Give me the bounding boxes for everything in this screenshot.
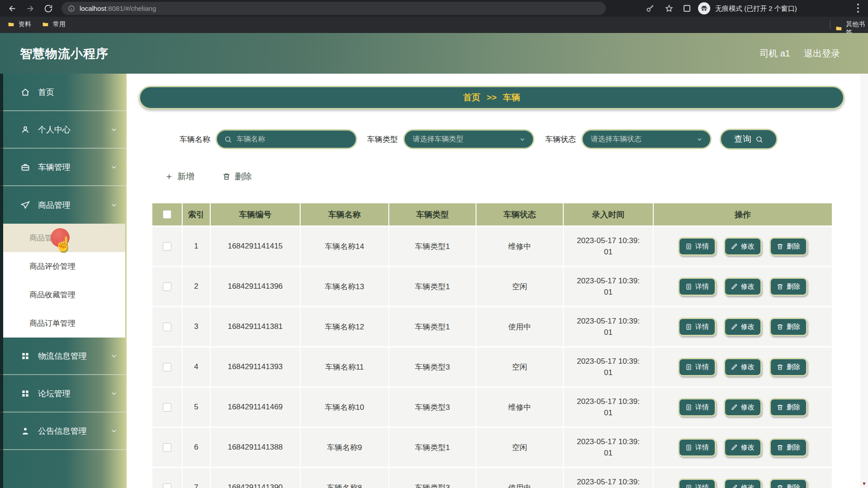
row-checkbox[interactable] <box>163 323 171 331</box>
bookmark-item[interactable]: 常用 <box>42 20 66 28</box>
edit-button[interactable]: 修改 <box>724 277 762 296</box>
address-bar[interactable]: localhost:8081/#/cheliang <box>61 2 606 15</box>
delete-selected-button[interactable]: 删除 <box>222 171 252 183</box>
sidebar-item-notice-info-mgmt[interactable]: 公告信息管理 <box>0 413 127 450</box>
vehicle-name-input[interactable]: 车辆名称 <box>216 129 357 149</box>
edit-button[interactable]: 修改 <box>724 438 762 457</box>
tab-preview-icon[interactable] <box>684 5 690 12</box>
delete-button[interactable]: 删除 <box>769 398 807 417</box>
menu-kebab-icon[interactable] <box>857 4 859 14</box>
table-row: 5 1684291141469 车辆名称10 车辆类型3 维修中 2023-05… <box>152 388 832 428</box>
detail-button-label: 详情 <box>695 323 709 331</box>
row-checkbox[interactable] <box>163 443 171 452</box>
sidebar-item-forum-mgmt[interactable]: 论坛管理 <box>0 375 127 413</box>
trash-icon <box>777 444 783 451</box>
detail-button-label: 详情 <box>695 483 709 488</box>
row-checkbox[interactable] <box>163 403 171 412</box>
add-button[interactable]: 新增 <box>165 171 194 183</box>
document-icon <box>685 324 692 330</box>
logout-link[interactable]: 退出登录 <box>804 47 840 60</box>
current-user: 司机 a1 <box>760 47 790 60</box>
select-all-checkbox[interactable] <box>163 210 171 219</box>
bookmark-item[interactable]: 资料 <box>7 20 31 28</box>
detail-button[interactable]: 详情 <box>678 237 716 256</box>
vehicle-name-label: 车辆名称 <box>179 134 210 145</box>
col-header-type: 车辆类型 <box>389 203 476 225</box>
delete-button-label: 删除 <box>787 403 800 412</box>
row-checkbox[interactable] <box>163 363 171 371</box>
row-time: 2023-05-17 10:39: 01 <box>564 347 654 386</box>
vehicle-name-placeholder: 车辆名称 <box>236 135 265 144</box>
star-icon[interactable] <box>665 4 674 13</box>
breadcrumb-home[interactable]: 首页 <box>463 92 480 103</box>
detail-button[interactable]: 详情 <box>678 438 716 457</box>
delete-button-label: 删除 <box>787 443 800 452</box>
row-checkbox[interactable] <box>163 483 171 488</box>
vehicle-status-label: 车辆状态 <box>545 134 576 145</box>
chevron-down-icon <box>110 352 118 360</box>
submenu-item-product-favorite-mgmt[interactable]: 商品收藏管理 <box>3 281 125 309</box>
row-name: 车辆名称8 <box>301 468 389 488</box>
row-status: 使用中 <box>476 468 564 488</box>
col-header-index: 索引 <box>183 203 211 225</box>
delete-button[interactable]: 删除 <box>769 438 807 457</box>
pencil-icon <box>731 283 738 290</box>
edit-button[interactable]: 修改 <box>724 358 762 376</box>
back-icon[interactable] <box>7 4 17 14</box>
detail-button[interactable]: 详情 <box>678 277 716 296</box>
edit-button[interactable]: 修改 <box>724 398 762 417</box>
sidebar-item-vehicle-mgmt[interactable]: 车辆管理 <box>0 149 127 186</box>
delete-button[interactable]: 删除 <box>769 237 807 256</box>
sidebar-item-product-mgmt[interactable]: 商品管理 <box>0 186 127 224</box>
sidebar-item-logistics-info-mgmt[interactable]: 物流信息管理 <box>0 338 127 375</box>
submenu-item-product-review-mgmt[interactable]: 商品评价管理 <box>3 252 125 281</box>
scroll-down-icon[interactable]: ▼ <box>862 481 867 486</box>
delete-button-label: 删除 <box>787 483 800 488</box>
vehicle-type-select[interactable]: 请选择车辆类型 <box>403 129 534 149</box>
row-checkbox[interactable] <box>163 282 171 291</box>
url-path: :8081/#/cheliang <box>106 5 156 12</box>
delete-button[interactable]: 删除 <box>769 479 807 488</box>
detail-button[interactable]: 详情 <box>678 479 716 488</box>
edit-button[interactable]: 修改 <box>724 318 762 336</box>
delete-button[interactable]: 删除 <box>769 358 807 376</box>
app-header: 智慧物流小程序 司机 a1 退出登录 <box>0 33 868 74</box>
delete-button[interactable]: 删除 <box>769 277 807 296</box>
briefcase-icon <box>21 163 30 172</box>
incognito-icon <box>698 2 710 14</box>
edit-button[interactable]: 修改 <box>724 237 762 256</box>
sidebar-item-home[interactable]: 首页 <box>0 74 127 111</box>
row-time-line1: 2023-05-17 10:39: <box>577 235 640 246</box>
detail-button[interactable]: 详情 <box>678 398 716 417</box>
key-icon[interactable] <box>646 4 655 13</box>
refresh-icon[interactable] <box>43 4 53 14</box>
forward-icon[interactable] <box>25 4 35 14</box>
pencil-icon <box>731 484 738 488</box>
sidebar-item-profile[interactable]: 个人中心 <box>0 111 127 149</box>
info-icon[interactable] <box>68 5 75 12</box>
sidebar-item-label: 商品管理 <box>38 200 71 211</box>
edit-button[interactable]: 修改 <box>724 479 762 488</box>
select-all-cell <box>152 203 183 225</box>
row-checkbox-cell <box>152 227 183 266</box>
row-checkbox[interactable] <box>163 242 171 251</box>
col-header-code: 车辆编号 <box>211 203 301 225</box>
submenu-item-product-mgmt[interactable]: 商品管理 <box>3 224 125 252</box>
row-index: 2 <box>183 267 211 306</box>
delete-button[interactable]: 删除 <box>769 318 807 336</box>
row-code: 1684291141469 <box>211 388 301 427</box>
edit-button-label: 修改 <box>741 282 755 291</box>
table-row: 1 1684291141415 车辆名称14 车辆类型1 维修中 2023-05… <box>152 227 832 267</box>
row-time-line2: 01 <box>604 246 613 258</box>
page-scrollbar[interactable]: ▼ <box>860 74 868 488</box>
table-row: 7 1684291141390 车辆名称8 车辆类型3 使用中 2023-05-… <box>152 468 832 488</box>
edit-button-label: 修改 <box>741 483 755 488</box>
edit-button-label: 修改 <box>741 403 755 412</box>
submenu-item-product-order-mgmt[interactable]: 商品订单管理 <box>3 309 125 338</box>
detail-button[interactable]: 详情 <box>678 318 716 336</box>
detail-button[interactable]: 详情 <box>678 358 716 376</box>
app-title: 智慧物流小程序 <box>20 46 108 62</box>
vehicle-status-select[interactable]: 请选择车辆状态 <box>581 129 712 149</box>
search-button[interactable]: 查询 <box>720 129 778 150</box>
row-time: 2023-05-17 10:39: 01 <box>564 388 654 427</box>
